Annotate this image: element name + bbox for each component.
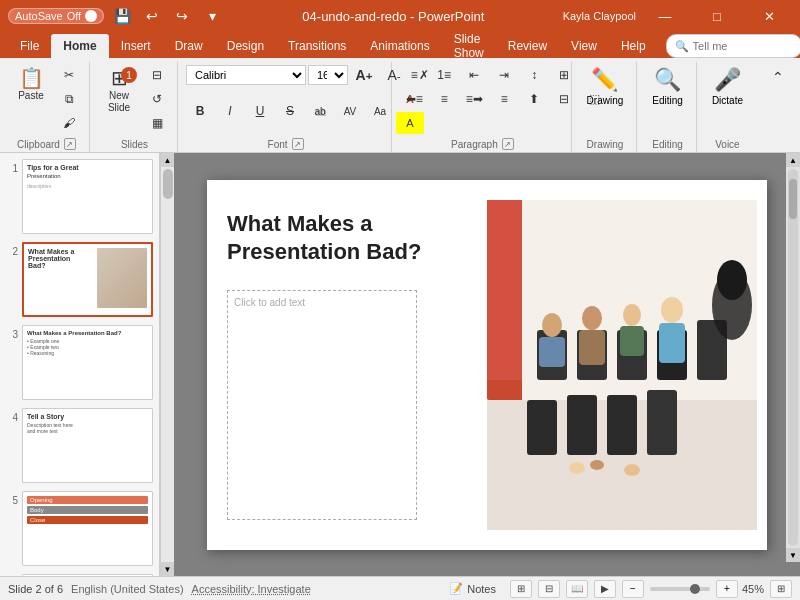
align-right-button[interactable]: ≡➡ (460, 88, 488, 110)
editing-button[interactable]: 🔍 Editing (645, 64, 690, 109)
fit-slide-button[interactable]: ⊞ (770, 580, 792, 598)
numbering-button[interactable]: 1≡ (430, 64, 458, 86)
canvas-scroll-up[interactable]: ▲ (786, 153, 800, 167)
zoom-percent: 45% (742, 583, 764, 595)
normal-view-button[interactable]: ⊞ (510, 580, 532, 598)
line-spacing-button[interactable]: ↕ (520, 64, 548, 86)
justify-button[interactable]: ≡ (490, 88, 518, 110)
save-button[interactable]: 💾 (110, 4, 134, 28)
canvas-scroll-down[interactable]: ▼ (786, 548, 800, 562)
slide-content-box[interactable]: Click to add text (227, 290, 417, 520)
italic-button[interactable]: I (216, 100, 244, 122)
tab-draw[interactable]: Draw (163, 34, 215, 58)
bullets-button[interactable]: ≡ (400, 64, 428, 86)
reset-button[interactable]: ↺ (143, 88, 171, 110)
copy-button[interactable]: ⧉ (55, 88, 83, 110)
audience-illustration (487, 200, 757, 530)
slide-title[interactable]: What Makes aPresentation Bad? (227, 210, 427, 267)
tab-transitions[interactable]: Transitions (276, 34, 358, 58)
scroll-thumb[interactable] (163, 169, 173, 199)
notes-button[interactable]: 📝 Notes (441, 580, 504, 597)
paste-button[interactable]: 📋 Paste (10, 64, 52, 106)
tab-view[interactable]: View (559, 34, 609, 58)
svg-point-23 (717, 260, 747, 300)
increase-indent-button[interactable]: ⇥ (490, 64, 518, 86)
new-slide-button[interactable]: 1 ⊞ NewSlide (98, 64, 140, 118)
redo-button[interactable]: ↪ (170, 4, 194, 28)
shadow-button[interactable]: ab (306, 100, 334, 122)
accessibility[interactable]: Accessibility: Investigate (192, 583, 311, 595)
slide-thumb-5[interactable]: 5 Opening Body Close (4, 489, 155, 568)
align-left-button[interactable]: ⬅≡ (400, 88, 428, 110)
zoom-thumb[interactable] (690, 584, 700, 594)
tab-help[interactable]: Help (609, 34, 658, 58)
change-case-button[interactable]: Aa (366, 100, 394, 122)
text-direction-button[interactable]: ⬆ (520, 88, 548, 110)
decrease-indent-button[interactable]: ⇤ (460, 64, 488, 86)
slide-badge: 1 (121, 67, 137, 83)
scroll-down-arrow[interactable]: ▼ (161, 562, 175, 576)
slide-thumb-2[interactable]: 2 What Makes a Presentation Bad? (4, 240, 155, 319)
undo-button[interactable]: ↩ (140, 4, 164, 28)
cut-button[interactable]: ✂ (55, 64, 83, 86)
svg-point-14 (542, 313, 562, 337)
zoom-in-button[interactable]: + (716, 580, 738, 598)
clipboard-expand[interactable]: ↗ (64, 138, 76, 150)
svg-rect-12 (607, 395, 637, 455)
font-expand[interactable]: ↗ (292, 138, 304, 150)
slideshow-button[interactable]: ▶ (594, 580, 616, 598)
tab-home[interactable]: Home (51, 34, 108, 58)
font-size-select[interactable]: 16 (308, 65, 348, 85)
spacing-button[interactable]: AV (336, 100, 364, 122)
tab-animations[interactable]: Animations (358, 34, 441, 58)
voice-group: 🎤 Dictate Voice (699, 62, 756, 152)
slide-thumb-1[interactable]: 1 Tips for a Great Presentation descript… (4, 157, 155, 236)
scroll-up-arrow[interactable]: ▲ (161, 153, 175, 167)
clipboard-content: 📋 Paste ✂ ⧉ 🖌 (10, 64, 83, 136)
dictate-button[interactable]: 🎤 Dictate (705, 64, 750, 109)
bold-button[interactable]: B (186, 100, 214, 122)
strikethrough-button[interactable]: S (276, 100, 304, 122)
tab-slideshow[interactable]: Slide Show (442, 34, 496, 58)
svg-point-20 (661, 297, 683, 323)
format-painter-button[interactable]: 🖌 (55, 112, 83, 134)
notes-label: Notes (467, 583, 496, 595)
svg-point-26 (624, 464, 640, 476)
section-button[interactable]: ▦ (143, 112, 171, 134)
paragraph-expand[interactable]: ↗ (502, 138, 514, 150)
customize-button[interactable]: ▾ (200, 4, 224, 28)
clipboard-label: Clipboard ↗ (10, 136, 83, 152)
underline-button[interactable]: U (246, 100, 274, 122)
tab-review[interactable]: Review (496, 34, 559, 58)
zoom-slider[interactable] (650, 587, 710, 591)
username: Kayla Claypool (563, 10, 636, 22)
status-bar: Slide 2 of 6 English (United States) Acc… (0, 576, 800, 600)
slide-thumb-6[interactable]: 6 What Makes a Presentation? GOOD (4, 572, 155, 576)
tab-design[interactable]: Design (215, 34, 276, 58)
reading-view-button[interactable]: 📖 (566, 580, 588, 598)
slide-thumb-4[interactable]: 4 Tell a Story Description text here and… (4, 406, 155, 485)
close-button[interactable]: ✕ (746, 0, 792, 32)
font-family-select[interactable]: Calibri (186, 65, 306, 85)
layout-button[interactable]: ⊟ (143, 64, 171, 86)
autosave-toggle[interactable]: AutoSave Off (8, 8, 104, 24)
tab-file[interactable]: File (8, 34, 51, 58)
tab-insert[interactable]: Insert (109, 34, 163, 58)
tell-me-input[interactable] (693, 36, 793, 56)
slide-count: Slide 2 of 6 (8, 583, 63, 595)
zoom-out-button[interactable]: − (622, 580, 644, 598)
tell-me-wrap: 🔍 (666, 34, 800, 58)
panel-scrollbar[interactable]: ▲ ▼ (160, 153, 174, 576)
increase-font-button[interactable]: A+ (350, 64, 378, 86)
maximize-button[interactable]: □ (694, 0, 740, 32)
collapse-button[interactable]: ⌃ (764, 66, 792, 88)
align-center-button[interactable]: ≡ (430, 88, 458, 110)
canvas-scroll-thumb[interactable] (789, 179, 797, 219)
canvas-scrollbar[interactable]: ▲ ▼ (786, 153, 800, 562)
minimize-button[interactable]: — (642, 0, 688, 32)
slide-sorter-button[interactable]: ⊟ (538, 580, 560, 598)
slide-thumb-3[interactable]: 3 What Makes a Presentation Bad? • Examp… (4, 323, 155, 402)
paste-icon: 📋 (19, 68, 44, 88)
drawing-button[interactable]: ✏️ Drawing (580, 64, 631, 109)
slide-preview-4: Tell a Story Description text here and m… (22, 408, 153, 483)
